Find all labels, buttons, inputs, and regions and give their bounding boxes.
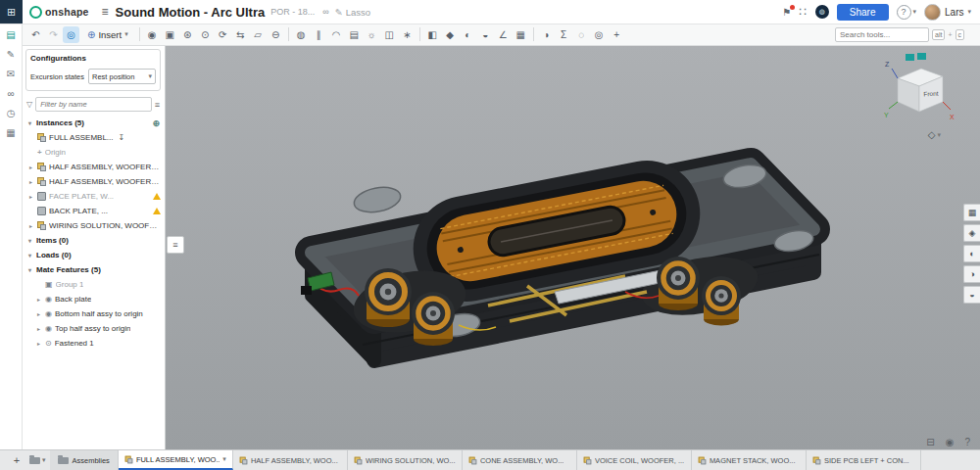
cylindrical-mate-icon[interactable]: ⊖ <box>268 26 284 43</box>
history-panel-icon[interactable]: ◷ <box>7 108 16 118</box>
onshape-logo[interactable]: onshape <box>29 6 89 19</box>
chevron-right-icon[interactable]: ▸ <box>35 296 42 303</box>
tab-full-assembly[interactable]: FULL ASSEMBLY, WOO... ▾ <box>119 450 233 470</box>
panel-flyout-button[interactable]: ≡ <box>167 236 184 254</box>
section-mate-features[interactable]: ▾ Mate Features (5) <box>22 262 165 277</box>
insert-button[interactable]: ⊕ Insert ▾ <box>80 29 135 40</box>
fastened-mate-icon[interactable]: ⊙ <box>197 26 214 43</box>
circular-pattern-icon[interactable]: ☼ <box>364 26 380 43</box>
section-loads[interactable]: ▾ Loads (0) <box>22 248 165 262</box>
chevron-right-icon[interactable]: ▸ <box>27 178 34 185</box>
parallel-mate-icon[interactable]: ∥ <box>311 26 327 43</box>
tree-item-half-assembly-1[interactable]: ▸ HALF ASSEMBLY, WOOFER, ... <box>22 160 165 174</box>
redo-icon[interactable]: ↷ <box>45 26 62 43</box>
section-view-icon[interactable]: ◒ <box>477 26 494 43</box>
chevron-right-icon[interactable]: ▸ <box>35 340 42 347</box>
chevron-right-icon[interactable]: ▸ <box>27 222 34 229</box>
filter-icon[interactable]: ▽ <box>26 100 32 109</box>
tab-side-pcb[interactable]: SIDE PCB LEFT + CON... <box>807 450 921 470</box>
mate-icon[interactable]: ◉ <box>144 26 161 43</box>
hide-icon[interactable]: ◌ <box>573 26 590 43</box>
appearance-panel-button[interactable]: ◑ <box>963 265 980 283</box>
tree-item-half-assembly-2[interactable]: ▸ HALF ASSEMBLY, WOOFER, ... <box>22 174 165 189</box>
tab-half-assembly[interactable]: HALF ASSEMBLY, WOO... <box>233 450 348 470</box>
configurations-panel-button[interactable]: ◈ <box>963 224 980 242</box>
filter-input[interactable] <box>35 97 152 112</box>
comments-panel-icon[interactable]: ✉ <box>7 69 15 79</box>
snapshot-icon[interactable]: ◧ <box>424 26 441 43</box>
chevron-right-icon[interactable]: ▸ <box>27 193 34 200</box>
replicate-icon[interactable]: ◫ <box>381 26 398 43</box>
document-version-label[interactable]: POR - 18... <box>270 7 315 17</box>
mass-properties-icon[interactable]: Σ <box>556 26 572 43</box>
appearance-icon[interactable]: ◑ <box>538 26 555 43</box>
transform-icon[interactable]: + <box>609 26 625 43</box>
select-tool-icon[interactable]: ◎ <box>63 26 79 43</box>
tab-cone-assembly[interactable]: CONE ASSEMBLY, WO... <box>463 450 577 470</box>
configuration-select[interactable]: Rest position ▾ <box>88 69 156 84</box>
isolate-icon[interactable]: ◎ <box>591 26 608 43</box>
slider-mate-icon[interactable]: ⇆ <box>232 26 249 43</box>
chevron-right-icon[interactable]: ▸ <box>35 325 42 332</box>
chevron-right-icon[interactable]: ▸ <box>35 310 42 317</box>
named-positions-icon[interactable]: ◆ <box>442 26 459 43</box>
measure-icon[interactable]: ∠ <box>495 26 512 43</box>
planar-mate-icon[interactable]: ▱ <box>250 26 267 43</box>
list-options-icon[interactable]: ≡ <box>155 100 160 110</box>
browse-tabs-button[interactable]: ▾ <box>25 450 50 470</box>
follow-panel-icon[interactable]: ∞ <box>7 88 14 99</box>
tab-voice-coil[interactable]: VOICE COIL, WOOFER, ... <box>577 450 692 470</box>
mate-item-top-half[interactable]: ▸ ◉ Top half assy to origin <box>22 321 165 336</box>
document-menu-icon[interactable]: ≡ <box>102 5 109 19</box>
explode-view-icon[interactable]: ∗ <box>399 26 416 43</box>
section-instances[interactable]: ▾ Instances (5) ⊕ <box>22 116 165 130</box>
snapshot-camera-icon[interactable]: ◉ <box>946 437 955 447</box>
insert-instance-icon[interactable]: ⊕ <box>152 118 160 128</box>
link-icon[interactable]: ∞ <box>322 7 328 17</box>
linear-pattern-icon[interactable]: ▤ <box>346 26 363 43</box>
tree-item-full-assembly[interactable]: FULL ASSEMBL... ↧ <box>22 130 165 145</box>
mate-item-fastened-1[interactable]: ▸ ⊙ Fastened 1 <box>22 336 165 351</box>
share-button[interactable]: Share <box>837 4 889 21</box>
tree-item-wiring-solution[interactable]: ▸ WIRING SOLUTION, WOOFER,... <box>22 218 165 233</box>
tree-item-face-plate[interactable]: ▸ FACE PLATE, W... <box>22 189 165 204</box>
view-menu-button[interactable]: ◇ ▾ <box>928 129 941 140</box>
edit-panel-icon[interactable]: ✎ <box>7 49 15 60</box>
display-states-icon[interactable]: ◐ <box>460 26 476 43</box>
help-icon[interactable]: ? <box>964 437 970 447</box>
mate-connector-icon[interactable]: ⊛ <box>179 26 196 43</box>
section-panel-button[interactable]: ◒ <box>963 286 980 304</box>
bom-icon[interactable]: ▦ <box>513 26 529 43</box>
help-menu[interactable]: ? ▾ <box>897 5 917 20</box>
learning-center-icon[interactable]: ◍ <box>815 5 829 19</box>
tab-magnet-stack[interactable]: MAGNET STACK, WOO... <box>692 450 807 470</box>
instance-list-panel-icon[interactable]: ▤ <box>6 29 15 40</box>
search-tools-input[interactable] <box>835 27 929 42</box>
tab-filter-assemblies[interactable]: Assemblies <box>50 450 119 470</box>
user-menu[interactable]: Lars ▾ <box>924 4 971 21</box>
new-tab-button[interactable]: + <box>8 450 25 470</box>
3d-viewport[interactable]: ≡ Front Z Y X ◇ ▾ ▦ ◈ ◐ ◑ ◒ ⊟ <box>165 45 980 450</box>
group-icon[interactable]: ▣ <box>162 26 178 43</box>
chevron-right-icon[interactable]: ▸ <box>27 164 34 170</box>
tangent-mate-icon[interactable]: ◠ <box>328 26 345 43</box>
announcements-icon[interactable]: ⚑ <box>782 7 791 18</box>
workspace-mode[interactable]: ✎ Lasso <box>335 7 370 18</box>
mate-item-back-plate[interactable]: ▸ ◉ Back plate <box>22 292 165 306</box>
mate-item-group-1[interactable]: ▣ Group 1 <box>22 277 165 292</box>
revolute-mate-icon[interactable]: ⟳ <box>215 26 231 43</box>
app-menu-button[interactable]: ⊞ <box>0 0 23 24</box>
app-store-icon[interactable]: ∷ <box>799 5 808 19</box>
tab-wiring-solution[interactable]: WIRING SOLUTION, WO... <box>348 450 463 470</box>
ball-mate-icon[interactable]: ◍ <box>293 26 310 43</box>
bom-panel-button[interactable]: ▦ <box>963 204 980 221</box>
feature-list-panel-icon[interactable]: ▦ <box>6 127 15 138</box>
soundbar-3d-model[interactable] <box>165 45 980 450</box>
mate-item-bottom-half[interactable]: ▸ ◉ Bottom half assy to origin <box>22 306 165 321</box>
section-items[interactable]: ▾ Items (0) <box>22 233 165 248</box>
view-cube[interactable]: Front Z Y X <box>882 53 958 129</box>
tree-item-origin[interactable]: + Origin <box>22 145 165 160</box>
tree-item-back-plate[interactable]: BACK PLATE, ... <box>22 204 165 218</box>
print-icon[interactable]: ⊟ <box>926 437 934 447</box>
display-states-panel-button[interactable]: ◐ <box>963 245 980 262</box>
